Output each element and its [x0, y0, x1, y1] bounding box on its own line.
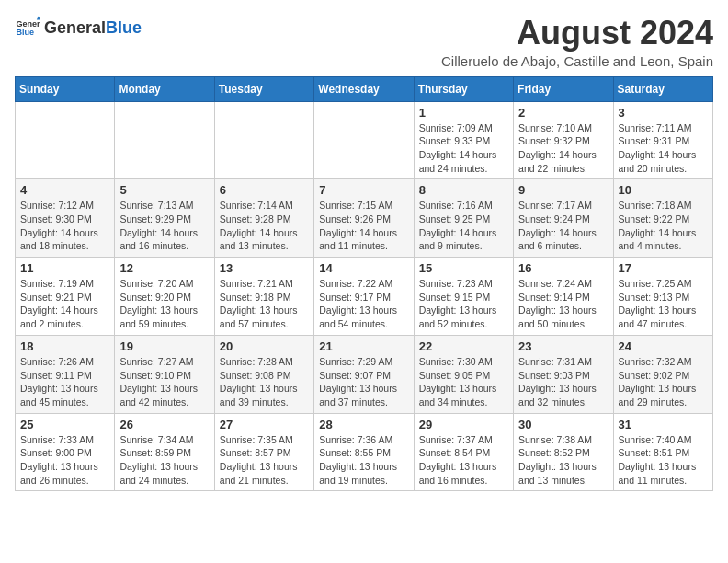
- day-number: 20: [220, 339, 309, 353]
- day-number: 26: [119, 418, 209, 431]
- day-number: 16: [518, 261, 608, 275]
- day-info: Sunrise: 7:38 AM Sunset: 8:52 PM Dayligh…: [518, 433, 608, 488]
- calendar-cell: 25Sunrise: 7:33 AM Sunset: 9:00 PM Dayli…: [16, 413, 115, 491]
- calendar-cell: 30Sunrise: 7:38 AM Sunset: 8:52 PM Dayli…: [514, 413, 613, 491]
- day-info: Sunrise: 7:36 AM Sunset: 8:55 PM Dayligh…: [319, 433, 408, 488]
- calendar-cell: 18Sunrise: 7:26 AM Sunset: 9:11 PM Dayli…: [16, 335, 115, 413]
- day-info: Sunrise: 7:17 AM Sunset: 9:24 PM Dayligh…: [518, 199, 608, 253]
- day-number: 5: [119, 183, 209, 197]
- title-block: August 2024 Cilleruelo de Abajo, Castill…: [441, 15, 713, 69]
- calendar-cell: 20Sunrise: 7:28 AM Sunset: 9:08 PM Dayli…: [214, 335, 313, 413]
- day-number: 15: [419, 261, 508, 275]
- weekday-header-saturday: Saturday: [613, 76, 712, 101]
- weekday-header-friday: Friday: [514, 76, 613, 101]
- calendar-cell: [115, 101, 214, 179]
- day-info: Sunrise: 7:22 AM Sunset: 9:17 PM Dayligh…: [319, 277, 408, 331]
- svg-text:General: General: [16, 19, 40, 29]
- calendar-cell: 17Sunrise: 7:25 AM Sunset: 9:13 PM Dayli…: [613, 258, 712, 336]
- calendar-cell: 3Sunrise: 7:11 AM Sunset: 9:31 PM Daylig…: [613, 101, 712, 179]
- day-number: 11: [20, 261, 109, 275]
- subtitle: Cilleruelo de Abajo, Castille and Leon, …: [441, 53, 713, 69]
- calendar-cell: 26Sunrise: 7:34 AM Sunset: 8:59 PM Dayli…: [115, 413, 214, 491]
- day-info: Sunrise: 7:09 AM Sunset: 9:33 PM Dayligh…: [419, 121, 508, 176]
- day-number: 6: [220, 183, 309, 197]
- weekday-header-sunday: Sunday: [16, 76, 115, 101]
- svg-marker-2: [37, 16, 40, 19]
- logo-blue-text: Blue: [106, 18, 142, 38]
- calendar-cell: [214, 101, 313, 179]
- day-info: Sunrise: 7:20 AM Sunset: 9:20 PM Dayligh…: [119, 277, 209, 331]
- day-info: Sunrise: 7:35 AM Sunset: 8:57 PM Dayligh…: [220, 433, 309, 488]
- day-info: Sunrise: 7:30 AM Sunset: 9:05 PM Dayligh…: [419, 355, 508, 409]
- day-info: Sunrise: 7:40 AM Sunset: 8:51 PM Dayligh…: [619, 433, 708, 488]
- logo-icon: General Blue: [15, 15, 40, 40]
- day-info: Sunrise: 7:19 AM Sunset: 9:21 PM Dayligh…: [20, 277, 109, 331]
- day-number: 23: [518, 339, 608, 353]
- calendar-cell: 7Sunrise: 7:15 AM Sunset: 9:26 PM Daylig…: [314, 179, 414, 258]
- svg-text:Blue: Blue: [16, 28, 34, 37]
- weekday-header-wednesday: Wednesday: [314, 76, 414, 101]
- day-info: Sunrise: 7:12 AM Sunset: 9:30 PM Dayligh…: [20, 199, 109, 253]
- day-number: 18: [20, 339, 109, 353]
- day-info: Sunrise: 7:14 AM Sunset: 9:28 PM Dayligh…: [220, 199, 309, 253]
- day-info: Sunrise: 7:13 AM Sunset: 9:29 PM Dayligh…: [119, 199, 209, 253]
- calendar-cell: 15Sunrise: 7:23 AM Sunset: 9:15 PM Dayli…: [414, 258, 513, 336]
- day-number: 27: [220, 418, 309, 431]
- calendar-cell: 10Sunrise: 7:18 AM Sunset: 9:22 PM Dayli…: [613, 179, 712, 258]
- calendar-week-1: 1Sunrise: 7:09 AM Sunset: 9:33 PM Daylig…: [16, 101, 713, 179]
- calendar-cell: [314, 101, 414, 179]
- calendar-cell: 19Sunrise: 7:27 AM Sunset: 9:10 PM Dayli…: [115, 335, 214, 413]
- day-info: Sunrise: 7:24 AM Sunset: 9:14 PM Dayligh…: [518, 277, 608, 331]
- day-number: 31: [619, 418, 708, 431]
- day-info: Sunrise: 7:21 AM Sunset: 9:18 PM Dayligh…: [220, 277, 309, 331]
- day-number: 22: [419, 339, 508, 353]
- weekday-header-monday: Monday: [115, 76, 214, 101]
- calendar-cell: 8Sunrise: 7:16 AM Sunset: 9:25 PM Daylig…: [414, 179, 513, 258]
- day-number: 13: [220, 261, 309, 275]
- calendar-cell: 12Sunrise: 7:20 AM Sunset: 9:20 PM Dayli…: [115, 258, 214, 336]
- day-number: 30: [518, 418, 608, 431]
- main-title: August 2024: [441, 15, 713, 52]
- logo: General Blue GeneralBlue: [15, 15, 142, 40]
- day-number: 29: [419, 418, 508, 431]
- day-info: Sunrise: 7:29 AM Sunset: 9:07 PM Dayligh…: [319, 355, 408, 409]
- calendar-week-2: 4Sunrise: 7:12 AM Sunset: 9:30 PM Daylig…: [16, 179, 713, 258]
- day-info: Sunrise: 7:28 AM Sunset: 9:08 PM Dayligh…: [220, 355, 309, 409]
- day-info: Sunrise: 7:10 AM Sunset: 9:32 PM Dayligh…: [518, 121, 608, 176]
- day-info: Sunrise: 7:32 AM Sunset: 9:02 PM Dayligh…: [619, 355, 708, 409]
- calendar-week-5: 25Sunrise: 7:33 AM Sunset: 9:00 PM Dayli…: [16, 413, 713, 491]
- day-number: 4: [20, 183, 109, 197]
- calendar-cell: 23Sunrise: 7:31 AM Sunset: 9:03 PM Dayli…: [514, 335, 613, 413]
- calendar-cell: [16, 101, 115, 179]
- day-number: 3: [619, 106, 708, 120]
- calendar-cell: 5Sunrise: 7:13 AM Sunset: 9:29 PM Daylig…: [115, 179, 214, 258]
- calendar-cell: 2Sunrise: 7:10 AM Sunset: 9:32 PM Daylig…: [514, 101, 613, 179]
- calendar-week-4: 18Sunrise: 7:26 AM Sunset: 9:11 PM Dayli…: [16, 335, 713, 413]
- day-info: Sunrise: 7:33 AM Sunset: 9:00 PM Dayligh…: [20, 433, 109, 488]
- weekday-header-thursday: Thursday: [414, 76, 513, 101]
- calendar-cell: 9Sunrise: 7:17 AM Sunset: 9:24 PM Daylig…: [514, 179, 613, 258]
- day-info: Sunrise: 7:18 AM Sunset: 9:22 PM Dayligh…: [619, 199, 708, 253]
- calendar-cell: 1Sunrise: 7:09 AM Sunset: 9:33 PM Daylig…: [414, 101, 513, 179]
- day-info: Sunrise: 7:27 AM Sunset: 9:10 PM Dayligh…: [119, 355, 209, 409]
- calendar-cell: 16Sunrise: 7:24 AM Sunset: 9:14 PM Dayli…: [514, 258, 613, 336]
- page-header: General Blue GeneralBlue August 2024 Cil…: [15, 15, 713, 69]
- day-info: Sunrise: 7:37 AM Sunset: 8:54 PM Dayligh…: [419, 433, 508, 488]
- calendar-cell: 28Sunrise: 7:36 AM Sunset: 8:55 PM Dayli…: [314, 413, 414, 491]
- calendar-cell: 22Sunrise: 7:30 AM Sunset: 9:05 PM Dayli…: [414, 335, 513, 413]
- calendar-week-3: 11Sunrise: 7:19 AM Sunset: 9:21 PM Dayli…: [16, 258, 713, 336]
- calendar-cell: 31Sunrise: 7:40 AM Sunset: 8:51 PM Dayli…: [613, 413, 712, 491]
- weekday-header-tuesday: Tuesday: [214, 76, 313, 101]
- day-number: 21: [319, 339, 408, 353]
- day-number: 10: [619, 183, 708, 197]
- calendar-cell: 27Sunrise: 7:35 AM Sunset: 8:57 PM Dayli…: [214, 413, 313, 491]
- day-info: Sunrise: 7:26 AM Sunset: 9:11 PM Dayligh…: [20, 355, 109, 409]
- calendar-cell: 13Sunrise: 7:21 AM Sunset: 9:18 PM Dayli…: [214, 258, 313, 336]
- day-number: 19: [119, 339, 209, 353]
- calendar-cell: 6Sunrise: 7:14 AM Sunset: 9:28 PM Daylig…: [214, 179, 313, 258]
- calendar-cell: 21Sunrise: 7:29 AM Sunset: 9:07 PM Dayli…: [314, 335, 414, 413]
- day-info: Sunrise: 7:23 AM Sunset: 9:15 PM Dayligh…: [419, 277, 508, 331]
- day-number: 1: [419, 106, 508, 120]
- calendar-cell: 29Sunrise: 7:37 AM Sunset: 8:54 PM Dayli…: [414, 413, 513, 491]
- calendar-cell: 4Sunrise: 7:12 AM Sunset: 9:30 PM Daylig…: [16, 179, 115, 258]
